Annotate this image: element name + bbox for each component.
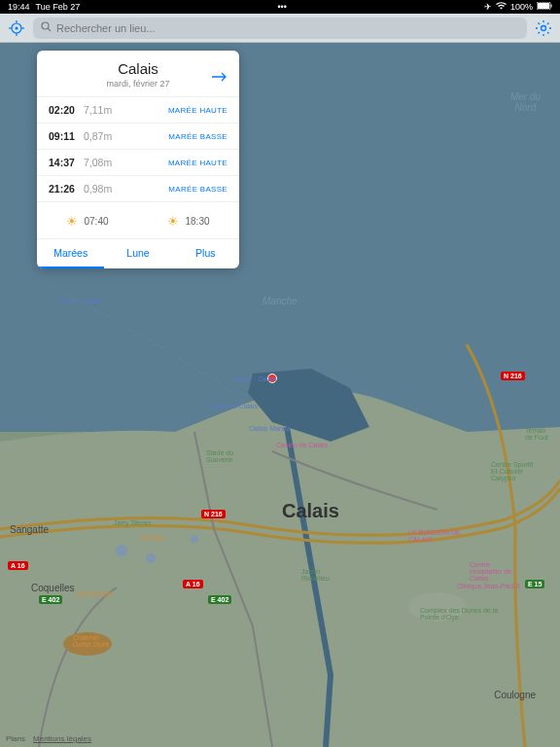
location-icon: ✈ xyxy=(484,2,492,12)
poi-stade: Stade du Souvenir xyxy=(206,449,233,463)
tide-time: 14:37 xyxy=(49,157,84,168)
poi-dunes: Complex des Dunes de la Pointe d'Oye xyxy=(420,607,498,621)
sunrise-time: 07:40 xyxy=(84,216,108,227)
svg-point-4 xyxy=(16,26,18,29)
status-time: 19:44 xyxy=(8,2,30,12)
city-label-main: Calais xyxy=(282,500,339,522)
locate-button[interactable] xyxy=(6,18,27,39)
poi-marina: Calais Marina xyxy=(249,425,291,432)
next-day-button[interactable] xyxy=(212,68,228,86)
card-tabs: Marées Lune Plus xyxy=(37,238,239,268)
sunrise: ☀ 07:40 xyxy=(66,214,108,229)
tab-lune[interactable]: Lune xyxy=(104,239,171,268)
status-dots: ••• xyxy=(277,2,286,12)
road-badge-a16-1: A 16 xyxy=(183,580,203,588)
road-badge-a16-2: A 16 xyxy=(8,561,28,570)
poi-jarry: Jarry Steran xyxy=(114,519,151,526)
road-badge-e15: E 15 xyxy=(525,580,544,588)
toolbar: Rechercher un lieu... xyxy=(0,14,560,43)
svg-line-10 xyxy=(48,28,51,31)
card-title: Calais xyxy=(49,60,228,77)
poi-jph: Clinique Jean-Paul II xyxy=(457,583,520,589)
poi-jericho: Jardin Richelieu xyxy=(301,568,330,582)
poi-centre: Centre Sportif Et Culturel Calypso xyxy=(491,461,533,481)
tide-time: 21:26 xyxy=(49,183,84,195)
battery-icon xyxy=(537,2,552,12)
tide-row: 14:37 7,08m MARÉE HAUTE xyxy=(37,149,239,175)
sunset-icon: ☀ xyxy=(167,214,179,229)
sea-label-channel: Manche xyxy=(262,296,298,306)
tide-type: MARÉE BASSE xyxy=(168,132,228,141)
road-badge-e402-2: E 402 xyxy=(39,595,62,604)
tab-marees[interactable]: Marées xyxy=(37,239,104,268)
tide-type: MARÉE HAUTE xyxy=(168,159,228,167)
status-bar: 19:44 Tue Feb 27 ••• ✈ 100% xyxy=(0,0,560,14)
poi-auchan: Auchan xyxy=(141,534,164,541)
svg-point-9 xyxy=(42,22,49,29)
poi-dover2: Dover - Calais xyxy=(233,375,276,382)
poi-plage: Plage de Calais xyxy=(210,403,258,409)
poi-casino: Casino de Calais xyxy=(276,442,328,448)
battery-pct: 100% xyxy=(510,2,533,12)
search-input[interactable]: Rechercher un lieu... xyxy=(33,18,527,39)
search-placeholder: Rechercher un lieu... xyxy=(56,22,156,34)
poi-buisson: LE BUISSON DE CALAIS xyxy=(408,529,461,543)
tide-type: MARÉE BASSE xyxy=(168,185,228,194)
settings-button[interactable] xyxy=(533,18,554,39)
card-date: mardi, février 27 xyxy=(49,79,228,89)
poi-terrain: Terrain de Foot xyxy=(525,427,548,441)
poi-hospitalier: Centre Hospitalier de Calais xyxy=(470,561,511,582)
city-label-coquelles: Coquelles xyxy=(31,583,74,593)
card-header: Calais mardi, février 27 xyxy=(37,51,239,96)
svg-rect-2 xyxy=(551,5,552,8)
sun-row: ☀ 07:40 ☀ 18:30 xyxy=(37,201,239,238)
svg-point-11 xyxy=(542,25,546,30)
tab-plus[interactable]: Plus xyxy=(172,239,239,268)
sunrise-icon: ☀ xyxy=(66,214,78,229)
tide-height: 7,11m xyxy=(84,104,168,116)
attribution: Plans Mentions légales xyxy=(6,734,91,743)
tide-height: 0,98m xyxy=(84,183,168,195)
sunset-time: 18:30 xyxy=(185,216,209,227)
tide-card: Calais mardi, février 27 02:20 7,11m MAR… xyxy=(37,51,239,268)
road-badge-n216-2: N 216 xyxy=(201,510,226,518)
tide-time: 09:11 xyxy=(49,130,84,142)
poi-cite: Cité Europé xyxy=(76,590,112,597)
tide-time: 02:20 xyxy=(49,104,84,116)
road-badge-n216-1: N 216 xyxy=(501,372,525,380)
city-label-coulogne: Coulogne xyxy=(494,690,536,700)
tide-row: 02:20 7,11m MARÉE HAUTE xyxy=(37,96,239,123)
attribution-legal[interactable]: Mentions légales xyxy=(33,734,91,743)
tide-type: MARÉE HAUTE xyxy=(168,106,228,115)
svg-rect-1 xyxy=(538,3,549,9)
sea-label-north: Mer du Nord xyxy=(510,91,541,113)
poi-dover1: Dover - Calais xyxy=(58,298,101,304)
wifi-icon xyxy=(496,2,507,12)
tide-height: 7,08m xyxy=(84,157,168,168)
tide-height: 0,87m xyxy=(84,130,168,142)
tide-row: 09:11 0,87m MARÉE BASSE xyxy=(37,123,239,149)
search-icon xyxy=(41,21,52,34)
road-badge-e402-1: E 402 xyxy=(208,595,231,604)
status-date: Tue Feb 27 xyxy=(36,2,81,12)
tide-row: 21:26 0,98m MARÉE BASSE xyxy=(37,175,239,201)
attribution-plans: Plans xyxy=(6,734,25,743)
city-label-sangatte: Sangatte xyxy=(10,524,49,535)
poi-channel: Channel Outlet Store xyxy=(73,634,109,648)
sunset: ☀ 18:30 xyxy=(167,214,209,229)
